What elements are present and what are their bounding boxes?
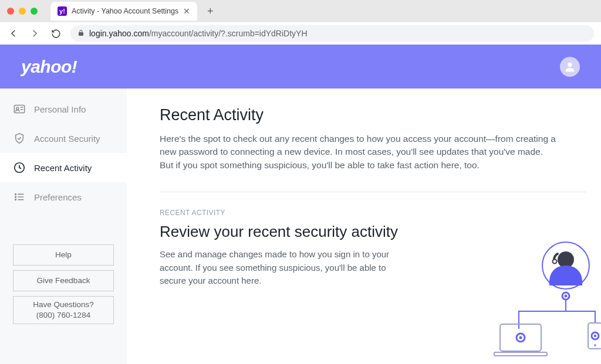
close-tab-icon[interactable]: ✕: [183, 6, 190, 16]
sidebar-item-recent-activity[interactable]: Recent Activity: [0, 153, 127, 182]
maximize-window-button[interactable]: [31, 8, 38, 15]
site-header: yahoo!: [0, 45, 601, 89]
minimize-window-button[interactable]: [19, 8, 26, 15]
lock-icon: [77, 29, 85, 38]
have-questions-button[interactable]: Have Questions? (800) 760-1284: [13, 296, 114, 324]
browser-tab[interactable]: y! Activity - Yahoo Account Settings ✕: [50, 2, 197, 21]
reload-button[interactable]: [49, 27, 62, 40]
page-body: Personal Info Account Security Recent Ac…: [0, 89, 601, 364]
url-text: login.yahoo.com/myaccount/activity/?.scr…: [89, 29, 308, 38]
tab-title: Activity - Yahoo Account Settings: [72, 7, 178, 15]
svg-point-8: [558, 251, 574, 268]
clock-icon: [13, 161, 26, 174]
svg-point-18: [594, 335, 596, 337]
shield-icon: [13, 132, 26, 145]
id-card-icon: [13, 103, 26, 115]
devices-illustration: [478, 236, 601, 364]
address-bar: login.yahoo.com/myaccount/activity/?.scr…: [0, 22, 601, 45]
svg-point-6: [15, 199, 16, 200]
svg-point-4: [15, 194, 16, 195]
page-title: Recent Activity: [160, 106, 586, 124]
forward-button[interactable]: [28, 27, 41, 40]
window-controls: [7, 8, 38, 15]
svg-point-11: [565, 295, 568, 298]
section-overline: RECENT ACTIVITY: [160, 209, 586, 217]
sidebar-item-label: Personal Info: [34, 104, 86, 114]
account-avatar[interactable]: [560, 57, 580, 77]
sidebar-item-label: Account Security: [34, 134, 100, 144]
back-button[interactable]: [7, 27, 20, 40]
sidebar-item-personal-info[interactable]: Personal Info: [0, 94, 127, 124]
browser-chrome: y! Activity - Yahoo Account Settings ✕ +…: [0, 0, 601, 45]
section-description: See and manage changes made to how you s…: [160, 248, 394, 288]
main-content: Recent Activity Here's the spot to check…: [127, 89, 601, 364]
close-window-button[interactable]: [7, 8, 14, 15]
sidebar-item-account-security[interactable]: Account Security: [0, 124, 127, 153]
svg-point-5: [15, 196, 16, 198]
yahoo-logo[interactable]: yahoo!: [21, 57, 77, 77]
give-feedback-button[interactable]: Give Feedback: [13, 270, 114, 291]
help-button[interactable]: Help: [13, 244, 114, 266]
svg-point-9: [553, 260, 557, 264]
address-input[interactable]: login.yahoo.com/myaccount/activity/?.scr…: [70, 25, 594, 42]
svg-point-19: [594, 344, 596, 346]
list-icon: [13, 190, 26, 203]
tab-strip: y! Activity - Yahoo Account Settings ✕ +: [0, 0, 601, 22]
divider: [160, 192, 586, 192]
svg-point-0: [568, 62, 572, 66]
sidebar-item-preferences[interactable]: Preferences: [0, 182, 127, 212]
svg-point-2: [16, 107, 19, 110]
new-tab-button[interactable]: +: [202, 3, 218, 19]
sidebar-footer: Help Give Feedback Have Questions? (800)…: [0, 244, 127, 324]
svg-point-15: [519, 336, 522, 339]
sidebar: Personal Info Account Security Recent Ac…: [0, 89, 127, 364]
sidebar-item-label: Recent Activity: [34, 163, 92, 173]
page-intro: Here's the spot to check out any recent …: [160, 132, 559, 172]
sidebar-item-label: Preferences: [34, 192, 82, 202]
svg-rect-13: [494, 352, 547, 356]
favicon-icon: y!: [58, 6, 67, 16]
